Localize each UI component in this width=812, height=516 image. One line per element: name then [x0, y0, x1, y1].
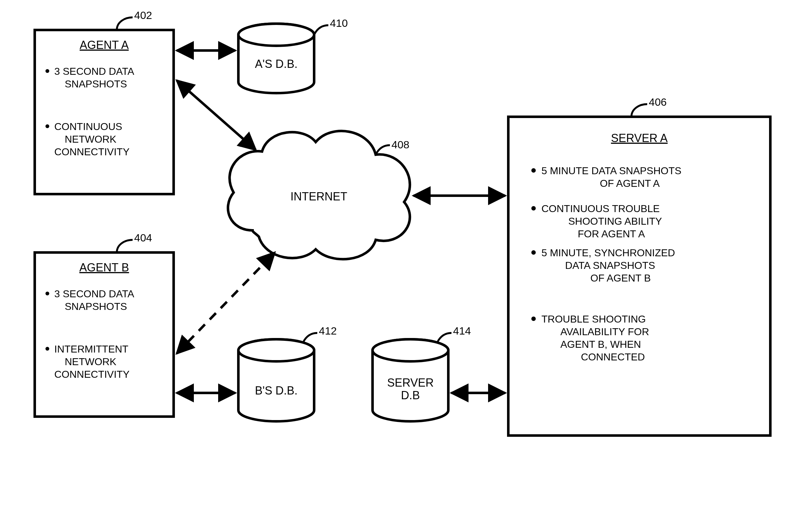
agent-a-title: AGENT A: [80, 38, 128, 52]
server-bullet-3-line-3: OF AGENT B: [590, 272, 651, 284]
agent-b-bullet-1-line-1: 3 SECOND DATA: [54, 288, 135, 300]
svg-point-10: [531, 316, 536, 321]
agent-a-bullet-2-line-3: CONNECTIVITY: [54, 146, 129, 157]
svg-point-2: [46, 124, 49, 128]
agent-a-bullet-2-line-2: NETWORK: [65, 133, 116, 145]
server-a-box: SERVER A 5 MINUTE DATA SNAPSHOTS OF AGEN…: [508, 117, 770, 435]
server-bullet-1-line-1: 5 MINUTE DATA SNAPSHOTS: [542, 165, 681, 176]
server-bullet-1-line-2: OF AGENT A: [600, 178, 660, 189]
cloud-ref: 408: [392, 139, 409, 151]
cloud-label: INTERNET: [290, 190, 347, 203]
server-bullet-3-line-1: 5 MINUTE, SYNCHRONIZED: [542, 247, 675, 259]
svg-point-14: [238, 339, 314, 361]
agent-a-bullet-2-line-1: CONTINUOUS: [54, 121, 122, 132]
agent-b-ref: 404: [134, 232, 152, 244]
server-bullet-2-line-2: SHOOTING ABILITY: [568, 216, 662, 227]
agent-b-bullet-1-line-2: SNAPSHOTS: [65, 301, 127, 312]
server-a-title: SERVER A: [611, 131, 667, 145]
svg-rect-3: [35, 252, 174, 417]
svg-point-8: [531, 206, 536, 211]
db-b-label: B'S D.B.: [255, 384, 298, 397]
agent-b-title: AGENT B: [79, 261, 129, 274]
db-a-label: A'S D.B.: [255, 57, 298, 70]
db-server-ref: 414: [453, 325, 471, 337]
db-a-ref: 410: [330, 17, 348, 29]
svg-point-1: [46, 69, 49, 73]
server-bullet-4-line-1: TROUBLE SHOOTING: [542, 313, 646, 325]
agent-a-box: AGENT A 3 SECOND DATA SNAPSHOTS CONTINUO…: [35, 30, 174, 194]
server-bullet-4-line-3: AGENT B, WHEN: [560, 339, 641, 350]
svg-point-12: [238, 24, 314, 46]
server-bullet-2-line-1: CONTINUOUS TROUBLE: [542, 203, 660, 214]
agent-b-bullet-2-line-2: NETWORK: [65, 356, 116, 367]
arrow-agent-b-cloud: [177, 252, 275, 354]
db-b-ref: 412: [319, 325, 337, 337]
server-bullet-3-line-2: DATA SNAPSHOTS: [565, 260, 655, 271]
agent-b-bullet-2-line-1: INTERMITTENT: [54, 343, 128, 355]
server-bullet-2-line-3: FOR AGENT A: [578, 228, 645, 240]
svg-rect-0: [35, 30, 174, 194]
agent-a-ref: 402: [134, 9, 152, 21]
server-bullet-4-line-4: CONNECTED: [581, 351, 645, 363]
db-server-label-2: D.B: [401, 389, 420, 402]
db-server: SERVER D.B: [373, 339, 448, 421]
db-a: A'S D.B.: [238, 24, 314, 93]
svg-point-4: [46, 292, 49, 295]
agent-a-bullet-1-line-2: SNAPSHOTS: [65, 78, 127, 90]
agent-b-box: AGENT B 3 SECOND DATA SNAPSHOTS INTERMIT…: [35, 252, 174, 417]
db-b: B'S D.B.: [238, 339, 314, 421]
svg-point-16: [373, 339, 448, 361]
svg-point-9: [531, 250, 536, 255]
server-a-ref: 406: [649, 96, 667, 108]
server-bullet-4-line-2: AVAILABILITY FOR: [560, 326, 649, 337]
diagram-canvas: AGENT A 3 SECOND DATA SNAPSHOTS CONTINUO…: [0, 0, 812, 516]
agent-a-bullet-1-line-1: 3 SECOND DATA: [54, 66, 135, 77]
arrow-agent-a-cloud: [177, 81, 256, 150]
svg-point-5: [46, 347, 49, 351]
agent-b-bullet-2-line-3: CONNECTIVITY: [54, 369, 129, 380]
svg-point-7: [531, 168, 536, 173]
db-server-label-1: SERVER: [387, 376, 433, 389]
